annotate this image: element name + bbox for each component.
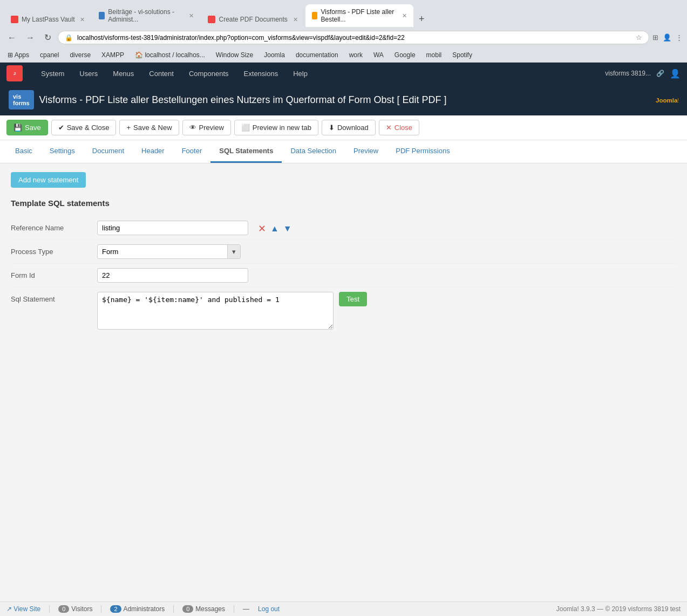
admin-user-link[interactable]: visforms 3819... [605, 70, 651, 77]
star-icon[interactable]: ☆ [636, 33, 642, 42]
test-button[interactable]: Test [339, 292, 367, 306]
joomla-logo-right: Joomla! [656, 88, 678, 111]
browser-tab-4[interactable]: Visforms - PDF Liste aller Bestell... ✕ [305, 4, 413, 27]
form-id-field [97, 268, 367, 283]
nav-menus[interactable]: Menus [105, 64, 141, 83]
separator-4 [234, 605, 234, 613]
tab-pdf-permissions[interactable]: PDF Permissions [387, 140, 458, 163]
delete-icon[interactable]: ✕ [258, 223, 266, 235]
preview-button[interactable]: 👁 Preview [182, 120, 231, 135]
back-button[interactable]: ← [4, 31, 19, 45]
sql-statement-label: Sql Statement [11, 292, 97, 306]
tab-label-3: Create PDF Documents [219, 16, 287, 23]
tab-favicon-1 [11, 16, 18, 23]
nav-content[interactable]: Content [141, 64, 181, 83]
bookmark-windowsize[interactable]: Window Size [213, 50, 256, 60]
nav-users[interactable]: Users [72, 64, 105, 83]
bookmark-localhost[interactable]: 🏠 localhost / localhos... [132, 50, 208, 60]
toolbar-icons: ⊞ 👤 ⋮ [652, 33, 683, 42]
bookmark-google[interactable]: Google [391, 50, 419, 60]
nav-components[interactable]: Components [181, 64, 236, 83]
admin-topbar-nav: System Users Menus Content Components Ex… [33, 64, 315, 83]
select-arrow-icon[interactable]: ▾ [227, 245, 240, 258]
logout-link[interactable]: Log out [258, 605, 280, 613]
joomla-icon: J [9, 68, 20, 79]
preview-tab-icon: ⬜ [241, 124, 250, 132]
visitors-label: Visitors [71, 605, 92, 613]
preview-label: Preview [199, 124, 224, 132]
save-icon: 💾 [13, 124, 22, 132]
tab-close-4[interactable]: ✕ [402, 12, 407, 19]
tab-basic[interactable]: Basic [6, 140, 41, 163]
tab-label-1: My LastPass Vault [22, 16, 74, 23]
tab-preview[interactable]: Preview [345, 140, 387, 163]
visitors-badge: 0 [58, 605, 69, 613]
tab-label-2: Beiträge - vi-solutions - Administ... [108, 8, 183, 23]
bookmark-cpanel[interactable]: cpanel [37, 50, 62, 60]
tab-close-2[interactable]: ✕ [189, 12, 194, 19]
bookmark-apps[interactable]: ⊞ Apps [4, 50, 32, 60]
separator-2 [101, 605, 101, 613]
form-id-input[interactable] [97, 268, 248, 283]
save-new-button[interactable]: + Save & New [119, 120, 179, 135]
tab-close-1[interactable]: ✕ [80, 16, 85, 23]
bookmark-wa[interactable]: WA [370, 50, 387, 60]
profile-icon[interactable]: 👤 [663, 33, 671, 42]
reference-name-input[interactable] [97, 221, 248, 235]
save-button[interactable]: 💾 Save [6, 120, 48, 135]
form-id-row: Form Id [11, 264, 676, 288]
toolbar: 💾 Save ✔ Save & Close + Save & New 👁 Pre… [0, 115, 687, 140]
page-title: Visforms - PDF Liste aller Bestellungen … [39, 94, 650, 106]
move-down-icon[interactable]: ▼ [283, 224, 292, 234]
browser-tab-3[interactable]: Create PDF Documents ✕ [201, 12, 304, 27]
reference-name-field: ✕ ▲ ▼ [97, 221, 367, 235]
extensions-icon[interactable]: ⊞ [652, 33, 658, 42]
tab-document[interactable]: Document [84, 140, 133, 163]
bookmark-mobil[interactable]: mobil [423, 50, 445, 60]
browser-tab-2[interactable]: Beiträge - vi-solutions - Administ... ✕ [92, 4, 200, 27]
close-button[interactable]: ✕ Close [379, 120, 419, 135]
nav-system[interactable]: System [33, 64, 72, 83]
tabs-container: Basic Settings Document Header Footer SQ… [0, 140, 687, 163]
forward-button[interactable]: → [23, 31, 38, 45]
tabs: Basic Settings Document Header Footer SQ… [6, 140, 681, 163]
view-site-label: View Site [13, 605, 40, 613]
bookmark-spotify[interactable]: Spotify [449, 50, 475, 60]
bookmark-xampp[interactable]: XAMPP [98, 50, 127, 60]
bookmark-work[interactable]: work [346, 50, 366, 60]
bookmarks-bar: ⊞ Apps cpanel diverse XAMPP 🏠 localhost … [0, 48, 687, 63]
tab-settings[interactable]: Settings [41, 140, 84, 163]
sql-statement-input[interactable]: ${name} = '${item:name}' and published =… [97, 292, 334, 330]
reload-button[interactable]: ↻ [41, 30, 55, 45]
close-icon: ✕ [386, 124, 392, 132]
nav-help[interactable]: Help [285, 64, 315, 83]
nav-extensions[interactable]: Extensions [236, 64, 286, 83]
bookmark-diverse[interactable]: diverse [66, 50, 94, 60]
eye-icon: 👁 [189, 124, 196, 132]
bookmark-joomla[interactable]: Joomla [261, 50, 288, 60]
preview-new-tab-button[interactable]: ⬜ Preview in new tab [234, 120, 318, 135]
tab-header[interactable]: Header [133, 140, 173, 163]
reference-name-row: Reference Name ✕ ▲ ▼ [11, 216, 676, 240]
move-up-icon[interactable]: ▲ [270, 224, 279, 234]
tab-footer[interactable]: Footer [173, 140, 211, 163]
save-close-button[interactable]: ✔ Save & Close [51, 120, 117, 135]
external-icon: ↗ [6, 605, 12, 613]
lock-icon: 🔒 [65, 34, 73, 42]
external-link-icon: 🔗 [656, 70, 664, 77]
view-site-link[interactable]: ↗ View Site [6, 605, 40, 613]
bookmark-documentation[interactable]: documentation [293, 50, 342, 60]
tab-favicon-4 [312, 12, 318, 19]
process-type-select[interactable]: Form [98, 245, 227, 258]
url-input[interactable] [77, 34, 631, 42]
tab-sql-statements[interactable]: SQL Statements [210, 140, 282, 163]
menu-icon[interactable]: ⋮ [676, 33, 683, 42]
browser-tab-1[interactable]: My LastPass Vault ✕ [4, 12, 91, 27]
add-statement-button[interactable]: Add new statement [11, 172, 86, 188]
tab-data-selection[interactable]: Data Selection [282, 140, 345, 163]
download-button[interactable]: ⬇ Download [322, 120, 376, 135]
tab-close-3[interactable]: ✕ [293, 16, 298, 23]
tab-favicon-2 [99, 12, 105, 19]
new-tab-button[interactable]: + [414, 11, 429, 27]
messages-badge: 0 [182, 605, 193, 613]
